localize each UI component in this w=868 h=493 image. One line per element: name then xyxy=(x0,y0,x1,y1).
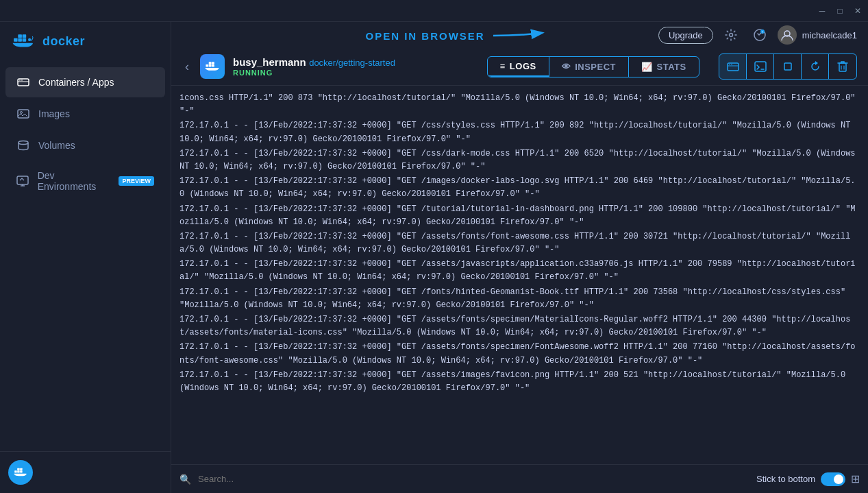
container-header: ‹ busy_hermann docker/getting-started RU… xyxy=(171,48,868,86)
volumes-label: Volumes xyxy=(38,140,75,151)
svg-rect-31 xyxy=(755,62,766,71)
log-line: 172.17.0.1 - - [13/Feb/2022:17:37:32 +00… xyxy=(179,257,860,285)
search-input[interactable] xyxy=(198,474,749,484)
stop-button[interactable] xyxy=(774,54,802,79)
settings-button[interactable] xyxy=(720,24,742,46)
tab-inspect[interactable]: 👁 INSPECT xyxy=(549,57,629,77)
username: michaelcade1 xyxy=(802,30,857,40)
app-body: docker Containers / Apps xyxy=(0,22,868,493)
sidebar-item-volumes[interactable]: Volumes xyxy=(5,130,165,160)
open-browser-button[interactable] xyxy=(719,54,747,79)
tab-stats[interactable]: 📈 STATS xyxy=(629,57,699,77)
svg-point-7 xyxy=(19,80,21,81)
svg-rect-27 xyxy=(212,62,214,64)
expand-icon[interactable]: ⊞ xyxy=(851,472,860,485)
svg-rect-32 xyxy=(784,63,791,70)
restart-button[interactable] xyxy=(802,54,829,79)
images-label: Images xyxy=(38,108,70,119)
svg-rect-14 xyxy=(17,470,20,472)
svg-rect-16 xyxy=(17,468,20,470)
log-line: icons.css HTTP/1.1" 200 873 "http://loca… xyxy=(179,91,860,119)
log-line: 172.17.0.1 - - [13/Feb/2022:17:37:32 +00… xyxy=(179,368,860,396)
sidebar-logo: docker xyxy=(0,22,171,60)
stick-to-bottom-toggle[interactable] xyxy=(821,472,845,486)
inspect-tab-icon: 👁 xyxy=(562,62,571,72)
main-content: OPEN IN BROWSER Upgrade xyxy=(171,22,868,493)
container-status: RUNNING xyxy=(233,69,468,77)
bug-icon: ! xyxy=(753,28,767,42)
notifications-button[interactable]: ! xyxy=(749,24,771,46)
minimize-button[interactable]: ─ xyxy=(817,6,827,16)
log-line: 172.17.0.1 - - [13/Feb/2022:17:37:32 +00… xyxy=(179,313,860,340)
upgrade-button[interactable]: Upgrade xyxy=(658,27,713,44)
dev-environments-icon xyxy=(16,174,29,188)
svg-point-30 xyxy=(731,64,732,65)
svg-rect-17 xyxy=(20,468,23,470)
docker-bottom-icon[interactable] xyxy=(8,460,33,485)
containers-icon xyxy=(16,75,30,89)
svg-point-29 xyxy=(729,64,730,65)
log-line: 172.17.0.1 - - [13/Feb/2022:17:37:32 +00… xyxy=(179,119,860,146)
svg-point-11 xyxy=(18,141,28,145)
log-line: 172.17.0.1 - - [13/Feb/2022:17:37:32 +00… xyxy=(179,230,860,257)
svg-rect-23 xyxy=(206,64,208,67)
svg-rect-33 xyxy=(839,63,846,71)
open-in-browser-annotation: OPEN IN BROWSER xyxy=(366,30,485,42)
logs-tab-icon: ≡ xyxy=(500,61,506,71)
stats-tab-icon: 📈 xyxy=(641,62,653,72)
svg-point-8 xyxy=(21,80,23,81)
svg-point-18 xyxy=(729,34,732,37)
volumes-icon xyxy=(16,139,30,152)
delete-button[interactable] xyxy=(829,54,856,79)
user-info[interactable]: michaelcade1 xyxy=(778,25,857,45)
svg-rect-0 xyxy=(14,38,18,42)
sidebar: docker Containers / Apps xyxy=(0,22,171,493)
stick-to-bottom-label: Stick to bottom xyxy=(756,474,815,484)
svg-point-5 xyxy=(28,38,31,41)
back-button[interactable]: ‹ xyxy=(182,57,192,77)
svg-point-10 xyxy=(21,112,23,114)
sidebar-item-images[interactable]: Images xyxy=(5,99,165,129)
log-line: 172.17.0.1 - - [13/Feb/2022:17:37:32 +00… xyxy=(179,285,860,313)
logs-tab-label: LOGS xyxy=(510,61,536,71)
container-name: busy_hermann xyxy=(233,56,306,68)
dev-environments-label: Dev Environments xyxy=(38,170,111,192)
sidebar-item-dev-environments[interactable]: Dev Environments PREVIEW xyxy=(5,162,165,200)
svg-rect-3 xyxy=(18,34,22,38)
search-icon: 🔍 xyxy=(179,474,191,485)
gear-icon xyxy=(725,29,737,41)
tab-logs[interactable]: ≡ LOGS xyxy=(488,57,549,77)
svg-rect-25 xyxy=(212,64,214,67)
log-line: 172.17.0.1 - - [13/Feb/2022:17:37:32 +00… xyxy=(179,174,860,202)
container-icon xyxy=(200,54,225,79)
images-icon xyxy=(16,107,30,121)
tabs-area: ≡ LOGS 👁 INSPECT 📈 STATS xyxy=(476,56,711,77)
log-line: 172.17.0.1 - - [13/Feb/2022:17:37:32 +00… xyxy=(179,202,860,230)
sidebar-navigation: Containers / Apps Images xyxy=(0,60,171,451)
svg-rect-24 xyxy=(209,64,212,67)
svg-rect-15 xyxy=(20,470,23,472)
preview-badge: PREVIEW xyxy=(119,176,154,186)
user-avatar xyxy=(778,25,797,45)
top-bar: OPEN IN BROWSER Upgrade xyxy=(171,22,868,48)
container-image: docker/getting-started xyxy=(309,58,395,68)
sidebar-bottom xyxy=(0,451,171,493)
maximize-button[interactable]: □ xyxy=(835,6,845,16)
svg-rect-26 xyxy=(209,62,212,64)
docker-brand-name: docker xyxy=(42,34,85,49)
svg-rect-1 xyxy=(18,38,22,42)
inspect-tab-label: INSPECT xyxy=(575,62,616,72)
log-line: 172.17.0.1 - - [13/Feb/2022:17:37:32 +00… xyxy=(179,340,860,368)
close-button[interactable]: ✕ xyxy=(853,6,863,16)
stats-tab-label: STATS xyxy=(657,62,686,72)
svg-rect-12 xyxy=(17,176,28,184)
svg-rect-13 xyxy=(14,470,17,472)
docker-logo-icon xyxy=(11,32,36,51)
containers-label: Containers / Apps xyxy=(38,77,114,88)
sidebar-item-containers[interactable]: Containers / Apps xyxy=(5,67,165,97)
cli-button[interactable] xyxy=(747,54,774,79)
log-output[interactable]: icons.css HTTP/1.1" 200 873 "http://loca… xyxy=(171,86,868,464)
action-buttons xyxy=(719,53,857,80)
stick-to-bottom-area: Stick to bottom ⊞ xyxy=(756,472,860,486)
annotation-arrow xyxy=(492,27,547,44)
